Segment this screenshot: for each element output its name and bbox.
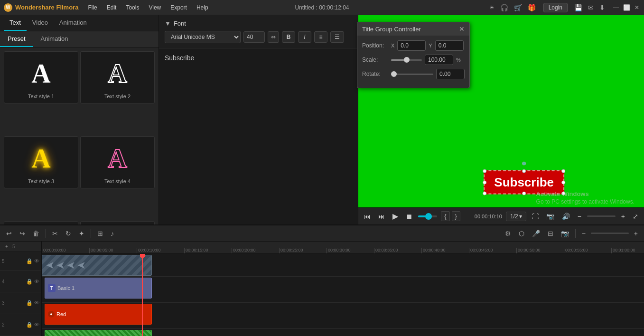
preview-zoom-out-button[interactable]: − [576, 212, 583, 221]
bold-button[interactable]: B [282, 31, 295, 43]
track-3-eye[interactable]: 👁 [34, 300, 39, 306]
track-5-eye[interactable]: 👁 [34, 258, 39, 264]
zoom-in-timeline[interactable]: + [632, 228, 640, 239]
mic-button[interactable]: 🎤 [530, 228, 542, 239]
settings-timeline-button[interactable]: ⚙ [503, 228, 513, 239]
track-5-header: 5 🔒 👁 [0, 252, 41, 271]
tab-preset[interactable]: Preset [0, 31, 33, 47]
delete-button[interactable]: 🗑 [30, 228, 42, 239]
track-4-lock[interactable]: 🔒 [26, 279, 33, 285]
handle-top-center[interactable] [522, 169, 526, 173]
camera-button[interactable]: 📷 [559, 228, 571, 239]
track-4-eye[interactable]: 👁 [34, 279, 39, 285]
step-back-button[interactable]: ⏮ [362, 212, 373, 221]
font-family-select[interactable]: Arial Unicode MS [165, 31, 241, 43]
preview-zoom-slider[interactable] [587, 215, 616, 217]
track-4-clip-text[interactable]: T Basic 1 [45, 278, 152, 299]
preview-snapshot-button[interactable]: 📷 [544, 212, 556, 221]
preview-fullscreen-button[interactable]: ⛶ [530, 212, 541, 221]
template-button[interactable]: ⬡ [516, 228, 527, 239]
preview-expand-button[interactable]: ⤢ [631, 212, 640, 221]
undo-button[interactable]: ↩ [4, 228, 14, 239]
rotate-handle[interactable] [522, 162, 526, 166]
tgc-scale-input[interactable] [425, 55, 453, 65]
tab-video[interactable]: Video [27, 15, 54, 31]
preset-item-2[interactable]: A Text style 2 [80, 51, 155, 103]
align-left-button[interactable]: ≡ [314, 31, 327, 43]
preset-item-3[interactable]: A Text style 3 [4, 136, 78, 188]
track-3-red-icon: ● [48, 311, 55, 317]
restore-button[interactable]: ⬜ [623, 4, 630, 11]
track-2-lock[interactable]: 🔒 [26, 322, 33, 328]
font-collapse-arrow[interactable]: ▼ [165, 20, 171, 27]
timeline-zoom-slider[interactable] [591, 233, 629, 234]
preview-audio-button[interactable]: 🔊 [560, 212, 572, 221]
tab-animation[interactable]: Animation [54, 15, 93, 31]
menu-view[interactable]: View [145, 2, 165, 13]
stop-button[interactable]: ⏹ [404, 212, 414, 221]
track-4-text-icon: T [48, 284, 56, 292]
handle-mid-right[interactable] [561, 180, 565, 184]
tl-sep-3 [575, 229, 576, 238]
ruler-mark-1: 00:00:05:00 [89, 248, 137, 253]
bracket-close-button[interactable]: } [452, 211, 460, 221]
effect-button[interactable]: ⊟ [545, 228, 556, 239]
preview-seek-thumb[interactable] [425, 213, 432, 220]
tgc-x-input[interactable] [397, 40, 426, 51]
handle-mid-left[interactable] [483, 180, 486, 184]
timeline-left-headers: ＋ 5 5 🔒 👁 4 🔒 👁 3 [0, 242, 42, 336]
login-button[interactable]: Login [543, 3, 568, 12]
add-track-button[interactable]: ＋ [2, 242, 11, 251]
track-5-lock[interactable]: 🔒 [26, 258, 33, 264]
minimize-button[interactable]: — [613, 4, 619, 11]
handle-bottom-center[interactable] [522, 192, 526, 196]
bracket-open-button[interactable]: { [441, 211, 449, 221]
align-center-button[interactable]: ☰ [330, 31, 344, 43]
track-5-clip-video[interactable]: ➤ ➤ ➤ ➤ [42, 255, 152, 276]
resize-icon[interactable]: ⇔ [268, 31, 279, 43]
preview-page-arrow[interactable]: ▾ [519, 213, 522, 220]
ruler-mark-12: 00:01:00:00 [611, 248, 644, 253]
handle-top-left[interactable] [483, 169, 486, 173]
redo-button[interactable]: ↪ [17, 228, 28, 239]
tgc-rotate-thumb[interactable] [391, 71, 397, 77]
track-2-eye[interactable]: 👁 [34, 322, 39, 328]
font-size-input[interactable] [243, 31, 265, 43]
loop-button[interactable]: ↻ [63, 228, 74, 239]
play-button[interactable]: ▶ [391, 211, 400, 222]
tab-animation-sub[interactable]: Animation [33, 31, 76, 47]
track-3-clip-red[interactable]: ● Red [45, 304, 152, 325]
preset-preview-3: A [8, 140, 74, 177]
close-button[interactable]: ✕ [634, 4, 640, 11]
track-2-clip-green[interactable]: ● Green [45, 330, 152, 336]
preview-seek-bar[interactable] [418, 215, 437, 217]
tgc-scale-slider[interactable] [391, 59, 422, 61]
handle-top-right[interactable] [561, 169, 565, 173]
tgc-scale-thumb[interactable] [404, 57, 410, 63]
handle-bottom-left[interactable] [483, 192, 486, 196]
tgc-rotate-slider[interactable] [391, 74, 433, 75]
track-3-lock[interactable]: 🔒 [26, 300, 33, 306]
menu-tools[interactable]: Tools [122, 2, 143, 13]
menu-help[interactable]: Help [193, 2, 212, 13]
tab-text[interactable]: Text [4, 15, 27, 31]
magic-button[interactable]: ✦ [76, 228, 87, 239]
italic-button[interactable]: I [298, 31, 311, 43]
tgc-close-button[interactable]: ✕ [459, 25, 465, 33]
preset-item-4[interactable]: A Text style 4 [80, 136, 155, 188]
zoom-out-timeline[interactable]: − [579, 228, 588, 239]
cut-button[interactable]: ✂ [50, 228, 60, 239]
tgc-y-input[interactable] [435, 40, 464, 51]
menu-export[interactable]: Export [167, 2, 191, 13]
timeline-tracks-area[interactable]: 00:00:00:00 00:00:05:00 00:00:10:00 00:0… [42, 242, 644, 336]
preset-item-1[interactable]: A Text style 1 [4, 51, 78, 103]
menu-edit[interactable]: Edit [103, 2, 121, 13]
preview-zoom-in-button[interactable]: + [619, 212, 627, 221]
tgc-rotate-input[interactable] [436, 69, 465, 79]
adjust-button[interactable]: ⊞ [95, 228, 105, 239]
frame-back-button[interactable]: ⏭ [376, 212, 387, 221]
menu-file[interactable]: File [84, 2, 101, 13]
logo-icon: W [4, 3, 12, 12]
track-2-row: ● Green [42, 329, 644, 336]
audio-timeline-button[interactable]: ♪ [108, 228, 116, 239]
